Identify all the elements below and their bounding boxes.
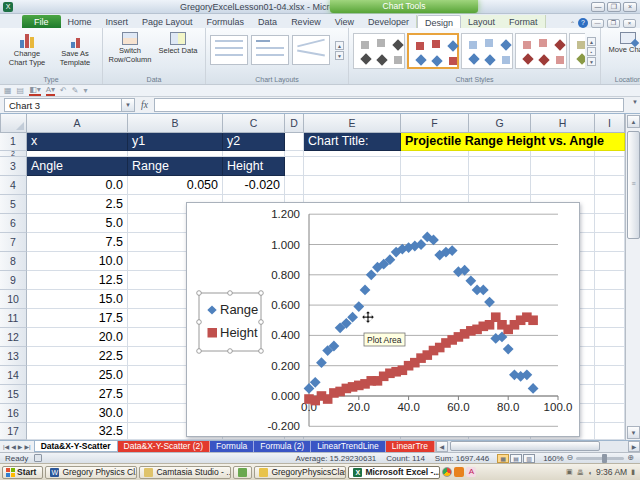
tab-developer[interactable]: Developer [361,15,416,28]
cell-A14[interactable]: 25.0 [27,366,128,385]
layouts-scroll-down-icon[interactable]: ▼ [335,51,344,60]
next-sheet-icon[interactable]: ▶ [18,443,23,450]
cell-F1[interactable]: Projectile Range Height vs. Angle [401,133,625,151]
cell-E4[interactable] [304,176,401,195]
name-box-dropdown-icon[interactable]: ▼ [122,98,135,112]
tray-printer-icon[interactable]: 🖶 [577,469,584,476]
cell-A13[interactable]: 22.5 [27,347,128,366]
chart-layout-1[interactable] [210,35,248,65]
row-header-5[interactable]: 5 [0,195,27,214]
row-header-7[interactable]: 7 [0,233,27,252]
chart-layout-3[interactable] [292,35,330,65]
tab-page-layout[interactable]: Page Layout [135,15,200,28]
tab-file[interactable]: File [22,15,61,28]
tab-review[interactable]: Review [284,15,328,28]
undo-icon[interactable]: ↶ [60,86,67,95]
cell-A8[interactable]: 10.0 [27,252,128,271]
taskbar-button-gregoryphysicsclass[interactable]: GregoryPhysicsClass [254,466,346,479]
cell-A9[interactable]: 12.5 [27,271,128,290]
tray-icon-1[interactable]: ▣ [566,468,573,476]
minimize-icon[interactable]: — [591,2,605,12]
select-all-corner[interactable] [0,114,27,133]
cell-D4[interactable] [285,176,304,195]
workbook-restore-icon[interactable]: ❐ [607,19,620,28]
tray-desktop-icon[interactable]: ▮ [631,468,635,476]
tab-design[interactable]: Design [417,15,461,28]
start-button[interactable]: Start [2,466,43,479]
app-orange-icon[interactable] [454,467,464,477]
save-as-template-button[interactable]: Save As Template [52,31,98,73]
chart-layout-2[interactable] [251,35,289,65]
move-chart-button[interactable]: Move Chart [605,31,640,73]
grid-icon[interactable]: ▦ [4,86,12,95]
tab-insert[interactable]: Insert [99,15,136,28]
styles-scroll-down-icon[interactable]: ▼ [587,57,596,66]
cell-B1[interactable]: y1 [128,133,223,151]
cell-H4[interactable] [531,176,595,195]
cell-I8[interactable] [595,252,625,271]
help-icon[interactable]: ? [578,18,588,28]
row-header-14[interactable]: 14 [0,366,27,385]
cell-I3[interactable] [595,157,625,176]
tab-format[interactable]: Format [502,15,545,28]
prev-sheet-icon[interactable]: ◀ [11,443,16,450]
cell-F4[interactable] [401,176,469,195]
sheet-tab-formula[interactable]: Formula [210,441,254,452]
cell-I16[interactable] [595,404,625,423]
first-sheet-icon[interactable]: |◀ [3,443,9,450]
column-header-E[interactable]: E [304,114,401,133]
chart-style-gray[interactable] [353,33,405,69]
row-header-13[interactable]: 13 [0,347,27,366]
fill-color-icon[interactable]: ◧▾ [29,86,41,96]
cell-I17[interactable] [595,423,625,440]
formula-bar-expand-icon[interactable]: ▼ [632,99,638,105]
last-sheet-icon[interactable]: ▶| [24,443,30,450]
workbook-minimize-icon[interactable]: — [591,19,604,28]
tab-home[interactable]: Home [61,15,99,28]
tab-data[interactable]: Data [251,15,284,28]
cell-C4[interactable]: -0.020 [223,176,285,195]
sheet-tab-lineartrendline[interactable]: LinearTrendLine [311,441,386,452]
chart-style-red-blue[interactable] [407,33,459,69]
row-header-8[interactable]: 8 [0,252,27,271]
row-header-10[interactable]: 10 [0,290,27,309]
styles-scroll-up-icon[interactable]: ▲ [587,37,596,46]
cell-I13[interactable] [595,347,625,366]
cell-G3[interactable] [469,157,531,176]
column-header-D[interactable]: D [285,114,304,133]
cell-C1[interactable]: y2 [223,133,285,151]
row-header-11[interactable]: 11 [0,309,27,328]
macro-record-icon[interactable] [34,454,42,462]
font-color-icon[interactable]: A▾ [46,86,55,96]
tab-layout[interactable]: Layout [461,15,502,28]
horizontal-scrollbar[interactable]: ◀ ▶ [435,441,640,452]
app-a-icon[interactable]: A [466,467,476,477]
cell-C3[interactable]: Height [223,157,285,176]
sheet-tab-formula-2-[interactable]: Formula (2) [254,441,311,452]
cell-A16[interactable]: 30.0 [27,404,128,423]
cell-I12[interactable] [595,328,625,347]
tab-view[interactable]: View [328,15,361,28]
cell-A5[interactable]: 2.5 [27,195,128,214]
sheet-tab-lineartre[interactable]: LinearTre [386,441,435,452]
name-box[interactable]: Chart 3 [4,98,122,112]
taskbar-button-gregory-physics-cl-[interactable]: WGregory Physics Cl... [45,466,137,479]
workbook-close-icon[interactable]: × [623,19,636,28]
table-icon[interactable]: ▤ [17,86,25,95]
select-data-button[interactable]: Select Data [155,31,201,73]
row-header-17[interactable]: 17 [0,423,27,440]
column-header-C[interactable]: C [223,114,285,133]
cell-A12[interactable]: 20.0 [27,328,128,347]
close-icon[interactable]: × [623,2,637,12]
page-layout-view-icon[interactable]: ▤ [510,454,522,463]
chart-style-olive[interactable] [569,33,585,69]
cell-A6[interactable]: 5.0 [27,214,128,233]
cell-E3[interactable] [304,157,401,176]
ribbon-collapse-icon[interactable]: ⌃ [570,20,575,27]
taskbar-button-camtasia-studio-[interactable]: Camtasia Studio - ... [139,466,231,479]
cell-B3[interactable]: Range [128,157,223,176]
scroll-up-icon[interactable]: ▲ [627,115,640,128]
vertical-scrollbar[interactable]: ▲ ▼ [625,114,640,440]
cell-I15[interactable] [595,385,625,404]
sheet-tab-data-x-y-scatter-2-[interactable]: Data&X-Y-Scatter (2) [118,441,211,452]
